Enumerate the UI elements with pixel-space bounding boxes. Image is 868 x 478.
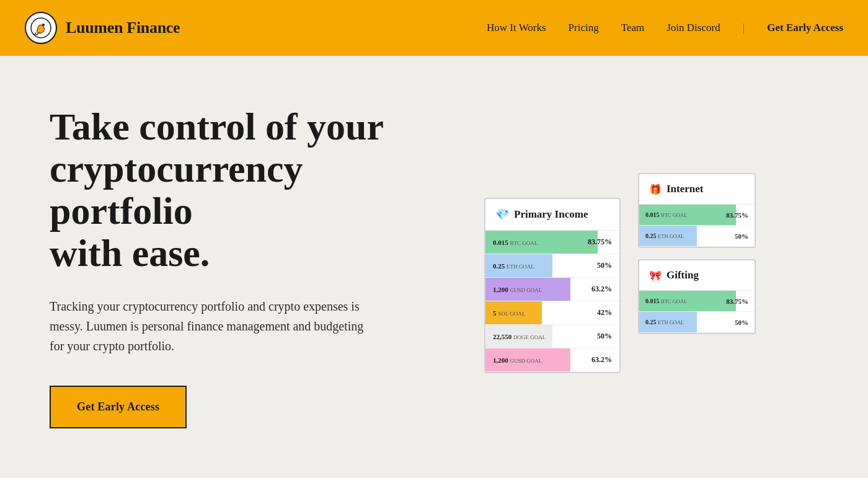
gifting-header: 🎀 Gifting (639, 260, 755, 291)
budget-row: 0.25 ETH GOAL50% (639, 226, 755, 247)
nav-divider: | (743, 22, 745, 35)
budget-amount: 0.25 ETH GOAL (645, 232, 684, 239)
nav-team[interactable]: Team (621, 22, 645, 34)
main-content: Take control of your cryptocurrency port… (0, 56, 868, 478)
budget-percentage: 42% (597, 308, 612, 317)
nav-join-discord[interactable]: Join Discord (666, 22, 720, 34)
primary-income-title: Primary Income (514, 208, 588, 221)
budget-amount: 5 SOL GOAL (493, 309, 525, 317)
internet-header: 🎁 Internet (639, 174, 755, 205)
budget-amount: 0.25 ETH GOAL (493, 262, 534, 270)
budget-amount: 22,550 DOGE GOAL (493, 333, 546, 340)
charts-area: 💎 Primary Income 0.015 BTC GOAL83.75%0.2… (422, 161, 818, 373)
budget-amount: 1,200 GUSD GOAL (493, 356, 542, 364)
hero-heading: Take control of your cryptocurrency port… (50, 105, 422, 275)
nav-get-early-access[interactable]: Get Early Access (767, 22, 843, 34)
budget-amount: 0.015 BTC GOAL (645, 298, 687, 304)
primary-income-card: 💎 Primary Income 0.015 BTC GOAL83.75%0.2… (484, 198, 621, 373)
internet-card: 🎁 Internet 0.015 BTC GOAL83.75%0.25 ETH … (638, 173, 756, 248)
budget-amount: 0.25 ETH GOAL (645, 319, 684, 325)
side-cards: 🎁 Internet 0.015 BTC GOAL83.75%0.25 ETH … (638, 173, 756, 334)
budget-amount: 0.015 BTC GOAL (493, 239, 538, 246)
budget-row: 0.25 ETH GOAL50% (639, 312, 755, 333)
hero-subtext: Tracking your cryptocurrency portfolio a… (50, 296, 372, 356)
internet-icon: 🎁 (649, 184, 662, 195)
budget-percentage: 50% (597, 261, 612, 270)
budget-row: 22,550 DOGE GOAL50% (485, 325, 619, 348)
hero-text: Take control of your cryptocurrency port… (50, 105, 422, 429)
internet-title: Internet (666, 183, 703, 195)
logo-area: Luumen Finance (25, 12, 180, 44)
svg-point-1 (42, 24, 45, 26)
diamond-icon: 💎 (495, 208, 509, 221)
logo-title: Luumen Finance (66, 19, 180, 37)
logo-icon (25, 12, 57, 44)
primary-income-rows: 0.015 BTC GOAL83.75%0.25 ETH GOAL50%1,20… (485, 231, 619, 372)
budget-percentage: 50% (735, 232, 748, 240)
budget-row: 5 SOL GOAL42% (485, 301, 619, 325)
main-nav: How It Works Pricing Team Join Discord |… (487, 22, 843, 35)
budget-row: 0.015 BTC GOAL83.75% (639, 205, 755, 226)
budget-row: 0.25 ETH GOAL50% (485, 254, 619, 278)
internet-rows: 0.015 BTC GOAL83.75%0.25 ETH GOAL50% (639, 205, 755, 247)
nav-how-it-works[interactable]: How It Works (487, 22, 546, 34)
gifting-title: Gifting (666, 269, 699, 281)
budget-percentage: 83.75% (726, 298, 748, 305)
gifting-card: 🎀 Gifting 0.015 BTC GOAL83.75%0.25 ETH G… (638, 259, 756, 334)
hero-cta-button[interactable]: Get Early Access (50, 386, 187, 428)
budget-percentage: 63.2% (591, 285, 612, 294)
budget-row: 0.015 BTC GOAL83.75% (639, 291, 755, 312)
nav-pricing[interactable]: Pricing (569, 22, 599, 34)
gifting-rows: 0.015 BTC GOAL83.75%0.25 ETH GOAL50% (639, 291, 755, 333)
budget-percentage: 83.75% (726, 211, 748, 219)
budget-percentage: 50% (597, 332, 612, 341)
budget-row: 1,200 GUSD GOAL63.2% (485, 348, 619, 372)
header: Luumen Finance How It Works Pricing Team… (0, 0, 868, 56)
budget-row: 0.015 BTC GOAL83.75% (485, 231, 619, 254)
budget-row: 1,200 GUSD GOAL63.2% (485, 278, 619, 301)
budget-percentage: 83.75% (588, 237, 612, 247)
budget-amount: 0.015 BTC GOAL (645, 211, 687, 218)
budget-percentage: 50% (735, 319, 748, 326)
budget-percentage: 63.2% (591, 355, 612, 365)
gifting-icon: 🎀 (649, 270, 662, 281)
budget-amount: 1,200 GUSD GOAL (493, 286, 542, 293)
primary-income-header: 💎 Primary Income (485, 199, 619, 231)
